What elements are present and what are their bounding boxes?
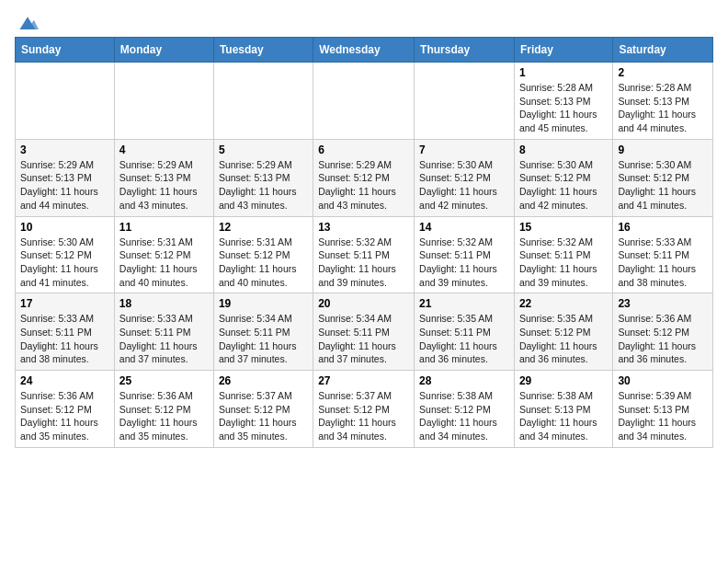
day-info: Sunrise: 5:36 AM Sunset: 5:12 PM Dayligh… xyxy=(119,389,209,443)
weekday-header-sunday: Sunday xyxy=(16,38,115,63)
day-number: 27 xyxy=(318,374,409,387)
weekday-header-friday: Friday xyxy=(514,38,612,63)
calendar-cell: 11Sunrise: 5:31 AM Sunset: 5:12 PM Dayli… xyxy=(114,216,213,293)
day-number: 18 xyxy=(119,297,209,310)
calendar-cell: 5Sunrise: 5:29 AM Sunset: 5:13 PM Daylig… xyxy=(213,139,313,216)
weekday-header-thursday: Thursday xyxy=(415,38,515,63)
day-number: 26 xyxy=(219,374,308,387)
day-number: 19 xyxy=(219,297,308,310)
day-info: Sunrise: 5:28 AM Sunset: 5:13 PM Dayligh… xyxy=(618,81,708,135)
weekday-header-wednesday: Wednesday xyxy=(313,38,415,63)
calendar-week-row: 3Sunrise: 5:29 AM Sunset: 5:13 PM Daylig… xyxy=(16,139,713,216)
calendar-week-row: 1Sunrise: 5:28 AM Sunset: 5:13 PM Daylig… xyxy=(16,63,713,140)
day-number: 28 xyxy=(419,374,509,387)
calendar-cell: 23Sunrise: 5:36 AM Sunset: 5:12 PM Dayli… xyxy=(613,293,713,371)
day-number: 1 xyxy=(519,66,608,79)
calendar-cell: 10Sunrise: 5:30 AM Sunset: 5:12 PM Dayli… xyxy=(16,216,115,293)
day-info: Sunrise: 5:33 AM Sunset: 5:11 PM Dayligh… xyxy=(119,312,209,366)
calendar-cell: 8Sunrise: 5:30 AM Sunset: 5:12 PM Daylig… xyxy=(514,139,612,216)
day-number: 20 xyxy=(318,297,409,310)
day-info: Sunrise: 5:30 AM Sunset: 5:12 PM Dayligh… xyxy=(419,158,509,213)
day-info: Sunrise: 5:36 AM Sunset: 5:12 PM Dayligh… xyxy=(618,312,708,366)
day-info: Sunrise: 5:29 AM Sunset: 5:13 PM Dayligh… xyxy=(219,158,308,213)
calendar-cell: 18Sunrise: 5:33 AM Sunset: 5:11 PM Dayli… xyxy=(114,293,213,371)
calendar-cell: 9Sunrise: 5:30 AM Sunset: 5:12 PM Daylig… xyxy=(613,139,713,216)
day-info: Sunrise: 5:31 AM Sunset: 5:12 PM Dayligh… xyxy=(219,236,308,290)
day-number: 14 xyxy=(419,221,509,234)
day-number: 8 xyxy=(519,144,608,156)
day-info: Sunrise: 5:32 AM Sunset: 5:11 PM Dayligh… xyxy=(419,236,509,290)
calendar-week-row: 17Sunrise: 5:33 AM Sunset: 5:11 PM Dayli… xyxy=(16,293,713,371)
calendar-cell: 24Sunrise: 5:36 AM Sunset: 5:12 PM Dayli… xyxy=(16,371,115,448)
day-number: 4 xyxy=(119,144,209,156)
day-info: Sunrise: 5:39 AM Sunset: 5:13 PM Dayligh… xyxy=(618,389,708,443)
day-info: Sunrise: 5:30 AM Sunset: 5:12 PM Dayligh… xyxy=(618,158,708,213)
calendar-cell: 29Sunrise: 5:38 AM Sunset: 5:13 PM Dayli… xyxy=(514,371,612,448)
calendar-week-row: 10Sunrise: 5:30 AM Sunset: 5:12 PM Dayli… xyxy=(16,216,713,293)
calendar-cell: 26Sunrise: 5:37 AM Sunset: 5:12 PM Dayli… xyxy=(213,371,313,448)
day-number: 3 xyxy=(20,144,109,156)
day-number: 2 xyxy=(618,66,708,79)
day-info: Sunrise: 5:36 AM Sunset: 5:12 PM Dayligh… xyxy=(20,389,109,443)
day-number: 22 xyxy=(519,297,608,310)
day-number: 29 xyxy=(519,374,608,387)
day-number: 7 xyxy=(419,144,509,156)
calendar-cell: 19Sunrise: 5:34 AM Sunset: 5:11 PM Dayli… xyxy=(213,293,313,371)
day-number: 30 xyxy=(618,374,708,387)
day-info: Sunrise: 5:35 AM Sunset: 5:11 PM Dayligh… xyxy=(419,312,509,366)
day-info: Sunrise: 5:32 AM Sunset: 5:11 PM Dayligh… xyxy=(318,236,409,290)
day-info: Sunrise: 5:30 AM Sunset: 5:12 PM Dayligh… xyxy=(20,236,109,290)
day-info: Sunrise: 5:37 AM Sunset: 5:12 PM Dayligh… xyxy=(219,389,308,443)
weekday-header-monday: Monday xyxy=(114,38,213,63)
day-info: Sunrise: 5:35 AM Sunset: 5:12 PM Dayligh… xyxy=(519,312,608,366)
calendar-cell xyxy=(415,63,515,140)
page-header xyxy=(15,15,713,29)
calendar-cell: 7Sunrise: 5:30 AM Sunset: 5:12 PM Daylig… xyxy=(415,139,515,216)
day-number: 10 xyxy=(20,221,109,234)
day-number: 23 xyxy=(618,297,708,310)
calendar-cell: 28Sunrise: 5:38 AM Sunset: 5:12 PM Dayli… xyxy=(415,371,515,448)
calendar-cell: 12Sunrise: 5:31 AM Sunset: 5:12 PM Dayli… xyxy=(213,216,313,293)
day-number: 25 xyxy=(119,374,209,387)
day-info: Sunrise: 5:34 AM Sunset: 5:11 PM Dayligh… xyxy=(219,312,308,366)
calendar-week-row: 24Sunrise: 5:36 AM Sunset: 5:12 PM Dayli… xyxy=(16,371,713,448)
logo-icon xyxy=(17,15,39,33)
day-number: 6 xyxy=(318,144,409,156)
calendar-cell: 15Sunrise: 5:32 AM Sunset: 5:11 PM Dayli… xyxy=(514,216,612,293)
calendar-cell xyxy=(16,63,115,140)
logo xyxy=(15,15,39,29)
day-number: 21 xyxy=(419,297,509,310)
calendar-cell: 25Sunrise: 5:36 AM Sunset: 5:12 PM Dayli… xyxy=(114,371,213,448)
calendar-cell: 27Sunrise: 5:37 AM Sunset: 5:12 PM Dayli… xyxy=(313,371,415,448)
calendar-cell: 2Sunrise: 5:28 AM Sunset: 5:13 PM Daylig… xyxy=(613,63,713,140)
calendar-cell xyxy=(114,63,213,140)
day-info: Sunrise: 5:38 AM Sunset: 5:13 PM Dayligh… xyxy=(519,389,608,443)
day-info: Sunrise: 5:37 AM Sunset: 5:12 PM Dayligh… xyxy=(318,389,409,443)
calendar-cell: 1Sunrise: 5:28 AM Sunset: 5:13 PM Daylig… xyxy=(514,63,612,140)
day-number: 17 xyxy=(20,297,109,310)
calendar-cell: 13Sunrise: 5:32 AM Sunset: 5:11 PM Dayli… xyxy=(313,216,415,293)
day-number: 24 xyxy=(20,374,109,387)
day-info: Sunrise: 5:33 AM Sunset: 5:11 PM Dayligh… xyxy=(20,312,109,366)
day-info: Sunrise: 5:34 AM Sunset: 5:11 PM Dayligh… xyxy=(318,312,409,366)
calendar-cell: 6Sunrise: 5:29 AM Sunset: 5:12 PM Daylig… xyxy=(313,139,415,216)
weekday-header-saturday: Saturday xyxy=(613,38,713,63)
calendar-cell xyxy=(213,63,313,140)
day-number: 11 xyxy=(119,221,209,234)
calendar-cell: 16Sunrise: 5:33 AM Sunset: 5:11 PM Dayli… xyxy=(613,216,713,293)
day-number: 13 xyxy=(318,221,409,234)
calendar-cell: 22Sunrise: 5:35 AM Sunset: 5:12 PM Dayli… xyxy=(514,293,612,371)
calendar-table: SundayMondayTuesdayWednesdayThursdayFrid… xyxy=(15,37,713,448)
day-info: Sunrise: 5:30 AM Sunset: 5:12 PM Dayligh… xyxy=(519,158,608,213)
calendar-cell: 20Sunrise: 5:34 AM Sunset: 5:11 PM Dayli… xyxy=(313,293,415,371)
day-info: Sunrise: 5:32 AM Sunset: 5:11 PM Dayligh… xyxy=(519,236,608,290)
calendar-header-row: SundayMondayTuesdayWednesdayThursdayFrid… xyxy=(16,38,713,63)
day-number: 12 xyxy=(219,221,308,234)
day-info: Sunrise: 5:38 AM Sunset: 5:12 PM Dayligh… xyxy=(419,389,509,443)
day-info: Sunrise: 5:33 AM Sunset: 5:11 PM Dayligh… xyxy=(618,236,708,290)
calendar-cell: 17Sunrise: 5:33 AM Sunset: 5:11 PM Dayli… xyxy=(16,293,115,371)
calendar-cell: 3Sunrise: 5:29 AM Sunset: 5:13 PM Daylig… xyxy=(16,139,115,216)
day-info: Sunrise: 5:28 AM Sunset: 5:13 PM Dayligh… xyxy=(519,81,608,135)
calendar-cell: 4Sunrise: 5:29 AM Sunset: 5:13 PM Daylig… xyxy=(114,139,213,216)
calendar-cell: 30Sunrise: 5:39 AM Sunset: 5:13 PM Dayli… xyxy=(613,371,713,448)
